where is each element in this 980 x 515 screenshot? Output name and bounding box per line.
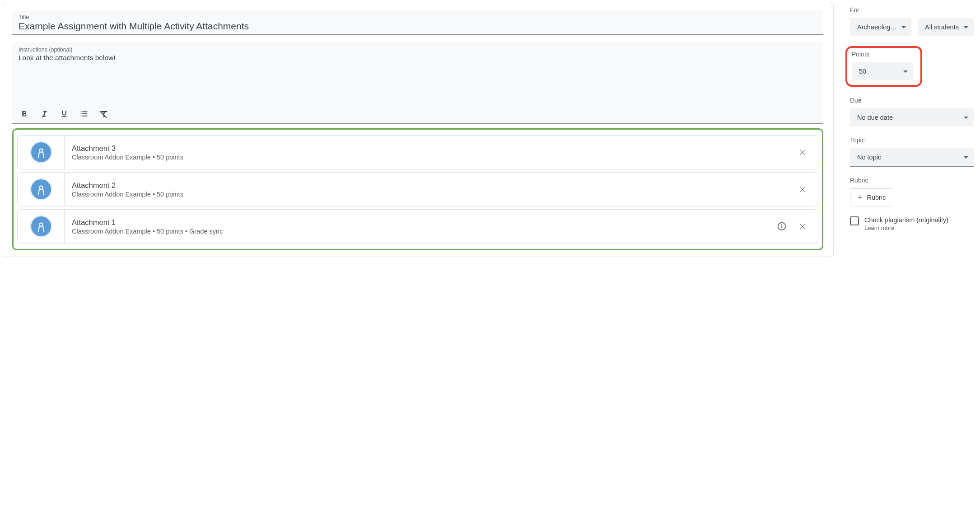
chevron-down-icon — [964, 117, 968, 119]
title-field[interactable]: Title — [12, 10, 823, 35]
due-label: Due — [850, 97, 974, 104]
underline-icon — [59, 109, 69, 119]
addon-icon — [30, 215, 52, 238]
points-highlight: Points 50 — [845, 46, 922, 87]
attachment-title: Attachment 3 — [72, 144, 790, 153]
assignment-settings-sidebar: For Archaeology … All students Points 50 — [834, 2, 978, 257]
for-label: For — [850, 6, 974, 14]
attachment-body: Attachment 3 Classroom Addon Example • 5… — [65, 136, 797, 169]
chevron-down-icon — [903, 70, 908, 73]
points-label: Points — [852, 51, 916, 58]
attachment-card[interactable]: Attachment 1 Classroom Addon Example • 5… — [17, 209, 818, 243]
attachments-list: Attachment 3 Classroom Addon Example • 5… — [12, 128, 823, 250]
instructions-textarea[interactable]: Look at the attachments below! — [19, 53, 817, 106]
for-students-dropdown[interactable]: All students — [918, 18, 974, 36]
bold-icon — [19, 109, 29, 119]
attachment-body: Attachment 1 Classroom Addon Example • 5… — [65, 210, 776, 243]
addon-icon — [30, 178, 52, 201]
addon-icon — [30, 141, 52, 164]
remove-attachment-button[interactable] — [797, 147, 808, 158]
remove-attachment-button[interactable] — [797, 184, 808, 195]
title-input[interactable] — [19, 21, 817, 32]
bold-button[interactable] — [19, 108, 30, 120]
for-class-dropdown[interactable]: Archaeology … — [850, 18, 911, 36]
points-value: 50 — [859, 68, 866, 75]
attachment-subtitle: Classroom Addon Example • 50 points — [72, 154, 790, 161]
rubric-button-label: Rubric — [867, 194, 886, 201]
attachment-card[interactable]: Attachment 3 Classroom Addon Example • 5… — [17, 135, 818, 169]
topic-dropdown[interactable]: No topic — [850, 148, 974, 167]
clear-format-button[interactable] — [98, 108, 110, 120]
svg-rect-5 — [781, 224, 782, 225]
chevron-down-icon — [901, 26, 906, 28]
remove-attachment-button[interactable] — [797, 221, 808, 232]
topic-value: No topic — [857, 154, 881, 161]
plagiarism-checkbox[interactable] — [850, 216, 859, 225]
list-icon — [79, 109, 89, 119]
rubric-label: Rubric — [850, 177, 974, 184]
clear-format-icon — [99, 109, 109, 119]
attachment-subtitle: Classroom Addon Example • 50 points • Gr… — [72, 228, 769, 235]
chevron-down-icon — [964, 156, 968, 159]
attachment-info-button[interactable] — [776, 221, 787, 232]
attachment-icon-cell — [18, 173, 65, 206]
attachment-icon-cell — [18, 136, 65, 169]
instructions-label: Instructions (optional) — [19, 47, 817, 53]
for-class-value: Archaeology … — [857, 23, 898, 31]
points-dropdown[interactable]: 50 — [852, 62, 913, 80]
learn-more-link[interactable]: Learn more — [864, 225, 948, 231]
due-value: No due date — [857, 114, 893, 121]
instructions-field[interactable]: Instructions (optional) Look at the atta… — [12, 42, 823, 124]
underline-button[interactable] — [58, 108, 70, 120]
assignment-editor: Title Instructions (optional) Look at th… — [2, 2, 834, 257]
bullet-list-button[interactable] — [78, 108, 90, 120]
attachment-subtitle: Classroom Addon Example • 50 points — [72, 191, 790, 198]
italic-button[interactable] — [38, 108, 50, 120]
plagiarism-label: Check plagiarism (originality) — [864, 216, 948, 224]
title-label: Title — [19, 14, 817, 20]
attachment-body: Attachment 2 Classroom Addon Example • 5… — [65, 173, 797, 206]
attachment-icon-cell — [18, 210, 65, 243]
format-toolbar — [19, 106, 817, 123]
attachment-title: Attachment 2 — [72, 181, 790, 190]
close-icon — [798, 147, 807, 157]
for-students-value: All students — [925, 23, 959, 31]
attachment-card[interactable]: Attachment 2 Classroom Addon Example • 5… — [17, 172, 818, 206]
close-icon — [798, 184, 807, 194]
chevron-down-icon — [964, 26, 968, 28]
plus-icon: + — [858, 193, 863, 201]
topic-label: Topic — [850, 136, 974, 144]
italic-icon — [39, 109, 49, 119]
add-rubric-button[interactable]: + Rubric — [850, 188, 893, 206]
svg-rect-4 — [781, 226, 782, 229]
info-icon — [777, 221, 787, 231]
due-date-dropdown[interactable]: No due date — [850, 108, 974, 126]
close-icon — [798, 221, 807, 231]
attachment-title: Attachment 1 — [72, 218, 769, 227]
